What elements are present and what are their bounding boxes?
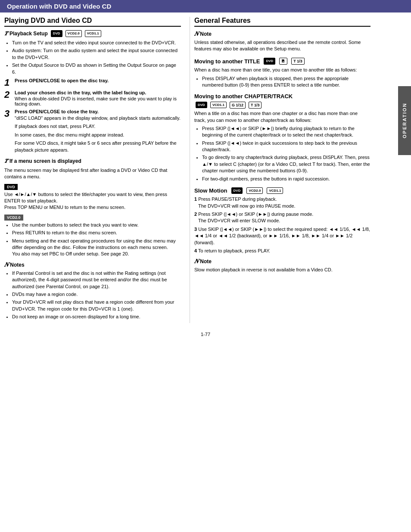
slow-step-4: 4 To return to playback, press PLAY.: [194, 248, 371, 254]
list-item: Audio system: Turn on the audio system a…: [12, 47, 181, 61]
step-3-bold: Press OPEN/CLOSE to close the tray.: [15, 109, 181, 114]
slow-note-heading: 𝑵 Note: [194, 258, 371, 265]
badge-dvd-title: DVD: [264, 58, 275, 64]
list-item: Menu setting and the exact operating pro…: [12, 238, 181, 258]
step-3-text: "dISC LOAD" appears in the display windo…: [15, 115, 181, 121]
menu-screen-text: The menu screen may be displayed first a…: [4, 167, 181, 180]
left-column: Playing DVD and Video CD 𝑻 Playback Setu…: [4, 17, 190, 323]
moving-chapter-bullets: Press SKIP (|◄◄) or SKIP (►►|) briefly d…: [194, 125, 371, 182]
badge-vcd11-playback: VCD1.1: [85, 30, 101, 37]
slow-step-1: 1 Press PAUSE/STEP during playback. The …: [194, 196, 371, 209]
right-note-heading: 𝑵 Note: [194, 30, 371, 37]
badge-dvd-slow: DVD: [231, 187, 243, 194]
right-note-text: Unless stated otherwise, all operations …: [194, 39, 371, 53]
playback-icon: 𝑻: [4, 30, 8, 37]
header-title: Operation with DVD and Video CD: [7, 3, 111, 10]
header-bar: Operation with DVD and Video CD: [0, 0, 411, 12]
list-item: Use the number buttons to select the tra…: [12, 222, 181, 228]
list-item: Do not keep an image or on-screen displa…: [12, 314, 181, 320]
notes-bullets: If Parental Control is set and the disc …: [4, 270, 181, 320]
list-item: Set the Output Source to DVD as shown in…: [12, 62, 181, 75]
playback-setup-label: Playback Setup: [9, 31, 48, 37]
badge-t-chapter: T 1/3: [249, 102, 262, 109]
playback-setup-heading: 𝑻 Playback Setup DVD VCD2.0 VCD1.1: [4, 30, 181, 37]
slow-step-2: 2 Press SKIP (|◄◄) or SKIP (►►|) during …: [194, 211, 371, 224]
badge-t-title: T 1/3: [291, 58, 305, 65]
step-2-bold: Load your chosen disc in the tray, with …: [15, 90, 181, 95]
badge-dvd-chapter: DVD: [196, 102, 207, 108]
page-number: 1-77: [0, 332, 411, 341]
vcd20-bullets: Use the number buttons to select the tra…: [4, 222, 181, 258]
moving-chapter-text: When a title on a disc has more than one…: [194, 110, 371, 124]
dvd-box-label: DVD: [4, 184, 18, 190]
content-area: Playing DVD and Video CD 𝑻 Playback Setu…: [0, 17, 411, 323]
dvd-section-text: Use ◄/►/▲/▼ buttons to select the title/…: [4, 191, 181, 211]
step-3-text3: In some cases, the disc menu might appea…: [15, 132, 181, 138]
moving-title-row: Moving to another TITLE DVD 🖹 T 1/3: [194, 58, 371, 65]
left-section-title: Playing DVD and Video CD: [4, 17, 181, 27]
list-item: Press SKIP (|◄◄) or SKIP (►►|) briefly d…: [202, 125, 371, 139]
slow-note-text: Slow motion playback in reverse is not a…: [194, 267, 371, 273]
step-3: 3 Press OPEN/CLOSE to close the tray. "d…: [4, 109, 181, 155]
list-item: To go directly to any chapter/track duri…: [202, 154, 371, 174]
list-item: If Parental Control is set and the disc …: [12, 270, 181, 290]
step-3-text4: For some VCD discs, it might take 5 or 6…: [15, 140, 181, 153]
playback-bullets: Turn on the TV and select the video inpu…: [4, 40, 181, 75]
page-wrapper: Operation with DVD and Video CD OPERATIO…: [0, 0, 411, 532]
list-item: DVDs may have a region code.: [12, 291, 181, 298]
menu-screen-heading: 𝑻 If a menu screen is displayed: [4, 158, 181, 165]
badge-vcd11-chapter: VCD1.1: [210, 102, 227, 108]
right-section-title: General Features: [194, 17, 371, 27]
badge-g-chapter: G 1/12: [230, 102, 246, 109]
vcd20-box-label: VCD2.0: [4, 215, 23, 221]
step-2: 2 Load your chosen disc in the tray, wit…: [4, 90, 181, 106]
notes-heading: 𝑵 Notes: [4, 261, 181, 268]
list-item: Press SKIP (|◄◄) twice in quick successi…: [202, 140, 371, 153]
list-item: Your DVD+VCR will not play discs that ha…: [12, 299, 181, 312]
slow-step-3: 3 Use SKIP (|◄◄) or SKIP (►►|) to select…: [194, 226, 371, 246]
badge-vcd20-playback: VCD2.0: [65, 30, 82, 37]
slow-motion-heading: Slow Motion: [194, 187, 227, 194]
step-1-bold: Press OPEN/CLOSE to open the disc tray.: [15, 78, 181, 83]
list-item: For two-digit numbers, press the buttons…: [202, 176, 371, 182]
list-item: Turn on the TV and select the video inpu…: [12, 40, 181, 46]
badge-vcd11-slow: VCD1.1: [267, 187, 283, 194]
step-3-text2: If playback does not start, press PLAY.: [15, 123, 181, 130]
badge-vcd20-slow: VCD2.0: [246, 187, 263, 194]
badge-dvd-playback: DVD: [51, 30, 62, 37]
moving-title-heading: Moving to another TITLE: [194, 58, 260, 65]
moving-title-bullets: Press DISPLAY when playback is stopped, …: [194, 75, 371, 89]
moving-title-text: When a disc has more than one title, you…: [194, 67, 371, 73]
step-2-text: When a double-sided DVD is inserted, mak…: [15, 96, 177, 106]
moving-chapter-heading: Moving to another CHAPTER/TRACK: [194, 93, 371, 100]
menu-screen-label: If a menu screen is displayed: [9, 158, 81, 164]
slow-motion-row: Slow Motion DVD VCD2.0 VCD1.1: [194, 187, 371, 194]
right-column: General Features 𝑵 Note Unless stated ot…: [190, 17, 371, 323]
step-1: 1 Press OPEN/CLOSE to open the disc tray…: [4, 78, 181, 87]
list-item: Press RETURN to return to the disc menu …: [12, 230, 181, 236]
list-item: Press DISPLAY when playback is stopped, …: [202, 75, 371, 89]
badge-icon-title: 🖹: [279, 58, 287, 65]
menu-icon: 𝑻: [4, 158, 8, 165]
moving-chapter-badges: DVD VCD1.1 G 1/12 T 1/3: [194, 102, 371, 109]
side-tab: OPERATION: [398, 86, 411, 155]
